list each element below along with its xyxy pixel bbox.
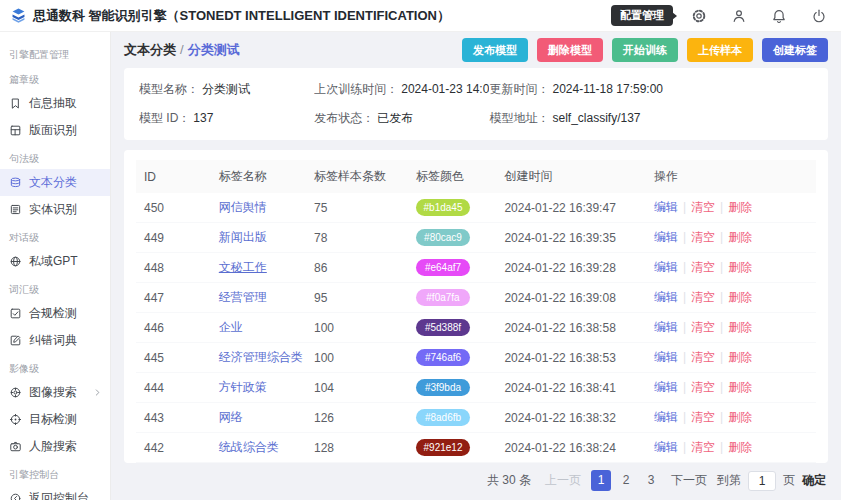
breadcrumb-root[interactable]: 文本分类	[124, 42, 176, 57]
cell-label-name: 经济管理综合类	[211, 343, 306, 373]
edit-link[interactable]: 编辑	[654, 260, 678, 274]
confirm-button[interactable]: 确定	[802, 472, 826, 489]
cell-id: 443	[136, 403, 211, 433]
clear-link[interactable]: 清空	[691, 200, 715, 214]
edit-link[interactable]: 编辑	[654, 350, 678, 364]
edit-link[interactable]: 编辑	[654, 380, 678, 394]
sidebar-item-layout-recognition[interactable]: 版面识别	[0, 117, 110, 144]
cell-actions: 编辑|清空|删除	[646, 403, 816, 433]
sidebar-item-face-search[interactable]: 人脸搜索	[0, 433, 110, 460]
label-name-link[interactable]: 新闻出版	[219, 230, 267, 244]
upload-sample-button[interactable]: 上传样本	[687, 38, 753, 62]
edit-icon	[9, 334, 22, 347]
edit-link[interactable]: 编辑	[654, 290, 678, 304]
label-name-link[interactable]: 统战综合类	[219, 440, 279, 454]
label-name-link[interactable]: 网络	[219, 410, 243, 424]
action-separator: |	[720, 440, 723, 454]
sidebar-item-label: 人脸搜索	[29, 438, 77, 455]
page-jump-input[interactable]	[748, 471, 776, 491]
cell-id: 447	[136, 283, 211, 313]
sidebar-item-text-classification[interactable]: 文本分类	[0, 169, 110, 196]
clear-link[interactable]: 清空	[691, 260, 715, 274]
action-separator: |	[683, 320, 686, 334]
label-name-link[interactable]: 经济管理综合类	[219, 350, 303, 364]
model-info-field: 更新时间：2024-11-18 17:59:00	[489, 81, 813, 98]
clear-link[interactable]: 清空	[691, 230, 715, 244]
field-label: 模型名称：	[139, 82, 199, 96]
sidebar-item-private-gpt[interactable]: 私域GPT	[0, 248, 110, 275]
label-name-link[interactable]: 文秘工作	[219, 260, 267, 274]
edit-link[interactable]: 编辑	[654, 320, 678, 334]
color-badge: #746af6	[416, 349, 470, 366]
clear-link[interactable]: 清空	[691, 380, 715, 394]
jump-suffix-label: 页	[783, 472, 795, 489]
delete-link[interactable]: 删除	[728, 200, 752, 214]
topbar-icon-group	[691, 8, 827, 24]
user-icon[interactable]	[731, 8, 747, 24]
sidebar-item-label: 文本分类	[29, 174, 77, 191]
edit-link[interactable]: 编辑	[654, 410, 678, 424]
delete-link[interactable]: 删除	[728, 290, 752, 304]
delete-link[interactable]: 删除	[728, 320, 752, 334]
cell-sample-count: 100	[306, 313, 408, 343]
sidebar-item-compliance-check[interactable]: 合规检测	[0, 300, 110, 327]
clear-link[interactable]: 清空	[691, 290, 715, 304]
delete-model-button[interactable]: 删除模型	[537, 38, 603, 62]
clear-link[interactable]: 清空	[691, 410, 715, 424]
edit-link[interactable]: 编辑	[654, 440, 678, 454]
cell-created-time: 2024-01-22 16:39:35	[496, 223, 646, 253]
sidebar-item-info-extract[interactable]: 信息抽取	[0, 90, 110, 117]
page-button-1[interactable]: 1	[591, 470, 611, 491]
start-training-button[interactable]: 开始训练	[612, 38, 678, 62]
delete-link[interactable]: 删除	[728, 230, 752, 244]
delete-link[interactable]: 删除	[728, 410, 752, 424]
bell-icon[interactable]	[771, 8, 787, 24]
prev-page-button[interactable]: 上一页	[542, 470, 584, 491]
delete-link[interactable]: 删除	[728, 440, 752, 454]
edit-link[interactable]: 编辑	[654, 200, 678, 214]
column-header: 标签名称	[211, 160, 306, 193]
action-separator: |	[683, 200, 686, 214]
label-name-link[interactable]: 经营管理	[219, 290, 267, 304]
model-info-field: 模型名称：分类测试	[139, 81, 314, 98]
sidebar-item-label: 版面识别	[29, 122, 77, 139]
sidebar-item-correction-dict[interactable]: 纠错词典	[0, 327, 110, 354]
label-name-link[interactable]: 网信舆情	[219, 200, 267, 214]
clear-link[interactable]: 清空	[691, 440, 715, 454]
edit-link[interactable]: 编辑	[654, 230, 678, 244]
clear-link[interactable]: 清空	[691, 320, 715, 334]
app-title: 思通数科 智能识别引擎（STONEDT INTELLIGENT IDENTIFI…	[33, 7, 450, 25]
page-button-2[interactable]: 2	[616, 470, 636, 491]
delete-link[interactable]: 删除	[728, 380, 752, 394]
field-value: 137	[193, 111, 213, 125]
cell-actions: 编辑|清空|删除	[646, 253, 816, 283]
next-page-button[interactable]: 下一页	[668, 470, 710, 491]
gear-icon[interactable]	[691, 8, 707, 24]
table-row: 443网络126#8ad6fb2024-01-22 16:38:32编辑|清空|…	[136, 403, 816, 433]
column-header: 标签颜色	[408, 160, 496, 193]
total-count: 共 30 条	[487, 472, 531, 489]
power-icon[interactable]	[811, 8, 827, 24]
create-label-button[interactable]: 创建标签	[762, 38, 828, 62]
color-badge: #3f9bda	[416, 379, 470, 396]
page-header: 文本分类/分类测试 发布模型删除模型开始训练上传样本创建标签	[124, 32, 828, 68]
label-name-link[interactable]: 方针政策	[219, 380, 267, 394]
publish-model-button[interactable]: 发布模型	[462, 38, 528, 62]
sidebar-item-image-search[interactable]: 图像搜索	[0, 379, 110, 406]
globe-icon	[9, 255, 22, 268]
clear-link[interactable]: 清空	[691, 350, 715, 364]
color-badge: #80cac9	[416, 229, 470, 246]
action-separator: |	[720, 200, 723, 214]
sidebar-item-object-detection[interactable]: 目标检测	[0, 406, 110, 433]
target-icon	[9, 413, 22, 426]
sidebar-item-entity-recognition[interactable]: 实体识别	[0, 196, 110, 223]
cell-label-name: 经营管理	[211, 283, 306, 313]
label-name-link[interactable]: 企业	[219, 320, 243, 334]
action-separator: |	[683, 410, 686, 424]
delete-link[interactable]: 删除	[728, 260, 752, 274]
field-label: 上次训练时间：	[314, 82, 398, 96]
page-button-3[interactable]: 3	[641, 470, 661, 491]
sidebar-item-back-console[interactable]: 返回控制台	[0, 485, 110, 500]
delete-link[interactable]: 删除	[728, 350, 752, 364]
field-value: 已发布	[377, 111, 413, 125]
